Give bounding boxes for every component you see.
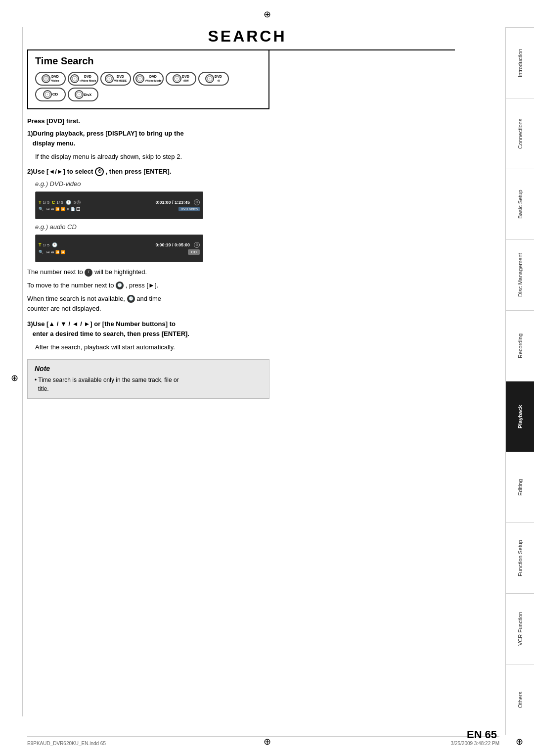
time-search-box: Time Search DVDVideo xyxy=(27,49,269,109)
dvd-control-icons: 🔍 xyxy=(39,207,44,211)
disc-icon-dvd-plus-rw: DVD+RW xyxy=(166,72,196,86)
step-1-sub: If the display menu is already shown, sk… xyxy=(35,152,499,162)
title-indicator: T xyxy=(39,200,42,205)
note-box: Note • Time search is available only in … xyxy=(27,359,269,399)
reg-mark-right: ⊕ xyxy=(516,736,523,747)
divx-label: DivX xyxy=(84,93,92,96)
dvd-display-time: 0:01:00 / 1:23:45 xyxy=(155,200,190,205)
cd-display-icons: T 1/ 5 🕐 xyxy=(39,242,57,247)
disc-circle-vr xyxy=(105,74,114,83)
track-info-cd: 1/ 5 xyxy=(43,243,49,247)
sidebar-item-others[interactable]: Others xyxy=(506,664,534,735)
track-indicator-cd: T xyxy=(39,242,42,247)
sidebar-item-function-setup[interactable]: Function Setup xyxy=(506,522,534,593)
cd-label: CD xyxy=(52,93,58,96)
clock-ref-dvd: 🕐 xyxy=(66,200,71,205)
time-search-title: Time Search xyxy=(35,55,262,67)
reg-mark-left: ⊕ xyxy=(11,373,18,383)
sidebar-item-introduction[interactable]: Introduction xyxy=(506,27,534,98)
right-sidebar: Introduction Connections Basic Setup Dis… xyxy=(505,27,534,735)
step-1: 1)During playback, press [DISPLAY] to br… xyxy=(27,129,499,148)
sidebar-item-recording[interactable]: Recording xyxy=(506,310,534,381)
eg-dvd-video-label: e.g.) DVD-video xyxy=(35,180,499,188)
left-margin-line xyxy=(22,27,23,716)
track-count-dvd: 5 ⓔ xyxy=(74,200,81,205)
step-3-sub: After the search, playback will start au… xyxy=(35,342,499,352)
dvd-display-icons: T 1/ 5 C 1/ 5 🕐 5 ⓔ xyxy=(39,200,81,205)
reg-mark-bottom: ⊕ xyxy=(264,736,271,747)
disc-icon-dvd-svideo: DVD+Video Mode xyxy=(68,72,98,86)
dvd-svideo-label: DVD+Video Mode xyxy=(80,75,96,82)
dvd-r-label: DVD↑R xyxy=(215,75,222,82)
step-2: 2)Use [◄/►] to select ⏱ , then press [EN… xyxy=(27,167,499,177)
page-title: SEARCH xyxy=(40,27,455,50)
note-title: Note xyxy=(35,365,262,373)
step-3: 3)Use [▲ / ▼ / ◄ / ►] or [the Number but… xyxy=(27,319,499,338)
dvd-video-label: DVDVideo xyxy=(51,75,59,82)
para-text-2: To move to the number next to 🕐 , press … xyxy=(27,281,499,291)
cd-display-time: 0:00:19 / 0:05:00 xyxy=(155,242,190,247)
chapter-indicator: C xyxy=(52,200,55,205)
display-top-row-cd: T 1/ 5 🕐 0:00:19 / 0:05:00 ⚙ xyxy=(39,242,200,248)
footer-right: 3/25/2009 3:48:22 PM xyxy=(451,741,499,746)
disc-circle-plus-rw xyxy=(173,74,181,83)
sidebar-item-basic-setup[interactable]: Basic Setup xyxy=(506,169,534,239)
disc-icon-dvd-vr: DVDVR MODE xyxy=(100,72,131,86)
eg-cd-label: e.g.) audio CD xyxy=(35,223,499,231)
t-icon: T xyxy=(85,269,92,277)
sidebar-item-disc-management[interactable]: Disc Management xyxy=(506,239,534,310)
svg-point-3 xyxy=(74,78,75,80)
disc-circle-divx xyxy=(75,90,84,99)
cd-badge: CD xyxy=(188,249,200,255)
disc-icon-dvd-r: DVD↑R xyxy=(198,72,229,86)
cd-settings-icon: ⚙ xyxy=(194,242,200,248)
svg-point-13 xyxy=(46,94,48,95)
step-1-text: 1)During playback, press [DISPLAY] to br… xyxy=(27,130,184,147)
sidebar-item-connections[interactable]: Connections xyxy=(506,98,534,169)
disc-circle-plus-video xyxy=(135,74,144,83)
dvd-vr-label: DVDVR MODE xyxy=(114,75,127,82)
dvd-video-badge: DVD Video xyxy=(178,207,200,211)
chapter-info: 1/ 5 xyxy=(56,200,63,205)
track-info: 1/ 5 xyxy=(43,200,49,205)
sidebar-item-editing[interactable]: Editing xyxy=(506,452,534,522)
disc-icon-cd: CD xyxy=(35,88,66,101)
dvd-settings-icon: ⚙ xyxy=(194,199,200,205)
display-screenshot-cd: T 1/ 5 🕐 0:00:19 / 0:05:00 ⚙ 🔍 ⏮ ⏭ ⏪ ⏩ C… xyxy=(35,235,203,262)
para-text-1: The number next to T will be highlighted… xyxy=(27,267,499,278)
disc-icon-divx: DivX xyxy=(68,88,98,101)
cd-ctrl-btns: ⏮ ⏭ ⏪ ⏩ xyxy=(46,250,65,254)
sidebar-item-vcr-function[interactable]: VCR Function xyxy=(506,593,534,664)
lang-label: EN xyxy=(467,728,482,741)
svg-point-7 xyxy=(139,78,140,80)
page-number: 65 xyxy=(485,728,497,741)
para-text-3: When time search is not available, 🕐 and… xyxy=(27,294,499,315)
display-bottom-row-cd: 🔍 ⏮ ⏭ ⏪ ⏩ CD xyxy=(39,249,200,255)
reg-mark-top: ⊕ xyxy=(264,9,271,20)
clock-icon-inline: 🕐 xyxy=(116,282,124,289)
dvd-ctrl-btns: ⏮ ⏭ ⏪ ⏩ ⏸ 📄 🔳 xyxy=(46,207,81,211)
disc-circle-cd xyxy=(43,90,52,99)
svg-point-5 xyxy=(108,78,110,80)
note-text: • Time search is available only in the s… xyxy=(35,376,262,393)
main-content: Time Search DVDVideo xyxy=(27,49,499,716)
cd-control-icons: 🔍 xyxy=(39,250,44,254)
disc-icons-row2: CD DivX xyxy=(35,88,262,101)
svg-point-1 xyxy=(45,78,47,80)
page-number-box: EN 65 xyxy=(467,728,497,741)
disc-circle-r xyxy=(205,74,214,83)
disc-icon-dvd-plus-video: DVD+Video Mode xyxy=(133,72,164,86)
disc-circle-svideo xyxy=(70,74,79,83)
sidebar-item-playback[interactable]: Playback xyxy=(506,381,534,452)
dvd-plus-video-label: DVD+Video Mode xyxy=(145,75,162,82)
press-dvd-first: Press [DVD] first. xyxy=(27,117,499,125)
svg-point-15 xyxy=(78,94,80,95)
disc-circle-dvd-video xyxy=(42,74,50,83)
display-top-row-dvd: T 1/ 5 C 1/ 5 🕐 5 ⓔ 0:01:00 / 1:23:45 ⚙ xyxy=(39,199,200,205)
footer-left: E9PKAUD_DVR620KU_EN.indd 65 xyxy=(27,741,106,746)
clock-ref-cd: 🕐 xyxy=(52,242,57,247)
disc-icon-dvd-video: DVDVideo xyxy=(35,72,66,86)
page-container: ⊕ ⊕ SEARCH Introduction Connections Basi… xyxy=(0,0,534,756)
dvd-plus-rw-label: DVD+RW xyxy=(182,75,189,82)
svg-point-9 xyxy=(177,78,178,80)
